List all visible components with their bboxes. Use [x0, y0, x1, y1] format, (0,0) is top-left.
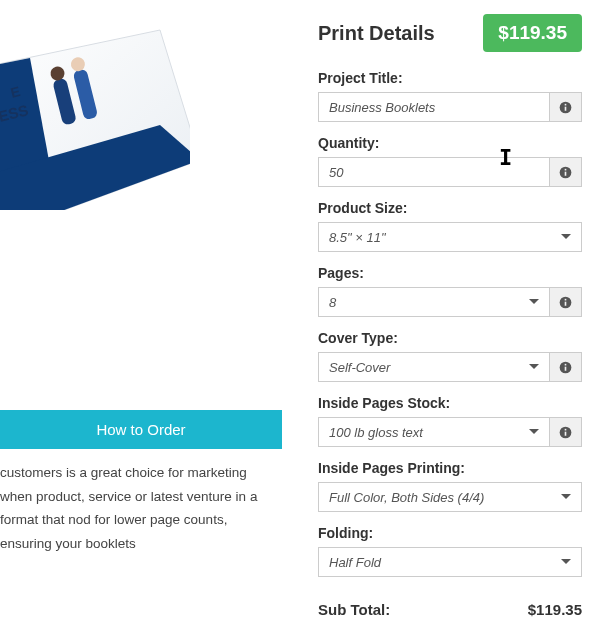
how-to-order-tab[interactable]: How to Order [0, 410, 282, 449]
svg-rect-17 [565, 298, 567, 300]
svg-rect-13 [565, 171, 567, 175]
cover-type-select[interactable]: Self-Cover [318, 352, 550, 382]
product-description: customers is a great choice for marketin… [0, 449, 282, 556]
product-image: E ESS [0, 10, 190, 210]
svg-rect-11 [565, 103, 567, 105]
inside-stock-info-button[interactable] [550, 417, 582, 447]
info-icon [559, 166, 572, 179]
cover-type-label: Cover Type: [318, 330, 582, 346]
project-title-input[interactable] [318, 92, 550, 122]
subtotal-value: $119.35 [528, 601, 582, 618]
product-size-select[interactable]: 8.5" × 11" [318, 222, 582, 252]
pages-info-button[interactable] [550, 287, 582, 317]
page-title: Print Details [318, 22, 435, 45]
project-title-info-button[interactable] [550, 92, 582, 122]
info-icon [559, 101, 572, 114]
svg-rect-23 [565, 428, 567, 430]
pages-label: Pages: [318, 265, 582, 281]
inside-print-label: Inside Pages Printing: [318, 460, 582, 476]
info-icon [559, 296, 572, 309]
folding-select[interactable]: Half Fold [318, 547, 582, 577]
product-size-label: Product Size: [318, 200, 582, 216]
inside-stock-label: Inside Pages Stock: [318, 395, 582, 411]
info-icon [559, 361, 572, 374]
svg-rect-20 [565, 363, 567, 365]
subtotal-label: Sub Total: [318, 601, 390, 618]
cover-type-info-button[interactable] [550, 352, 582, 382]
folding-label: Folding: [318, 525, 582, 541]
inside-stock-select[interactable]: 100 lb gloss text [318, 417, 550, 447]
svg-rect-10 [565, 106, 567, 110]
info-icon [559, 426, 572, 439]
project-title-label: Project Title: [318, 70, 582, 86]
quantity-input[interactable] [318, 157, 550, 187]
svg-rect-19 [565, 366, 567, 370]
quantity-label: Quantity: [318, 135, 582, 151]
svg-rect-14 [565, 168, 567, 170]
pages-select[interactable]: 8 [318, 287, 550, 317]
price-badge: $119.35 [483, 14, 582, 52]
inside-print-select[interactable]: Full Color, Both Sides (4/4) [318, 482, 582, 512]
svg-rect-16 [565, 301, 567, 305]
svg-rect-22 [565, 431, 567, 435]
quantity-info-button[interactable] [550, 157, 582, 187]
